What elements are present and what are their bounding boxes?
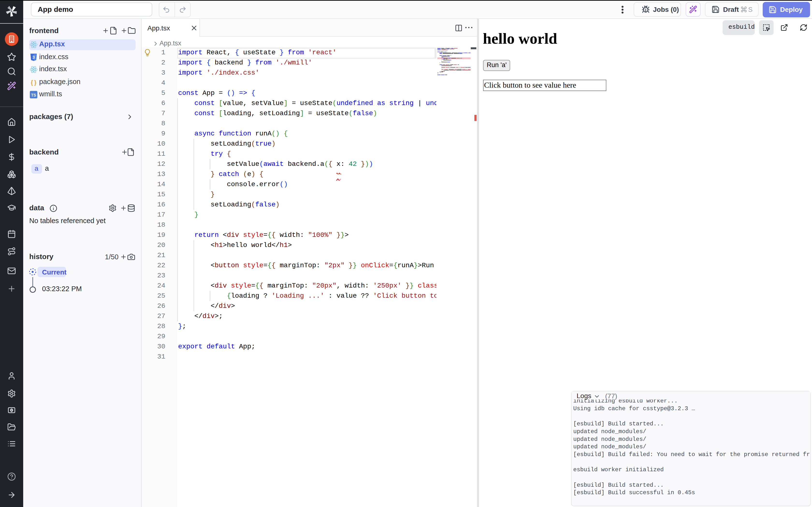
svg-text:{: { [31,79,33,86]
svg-text:TS: TS [31,93,36,97]
svg-text:}: } [34,79,37,86]
svg-text:3: 3 [33,55,35,60]
